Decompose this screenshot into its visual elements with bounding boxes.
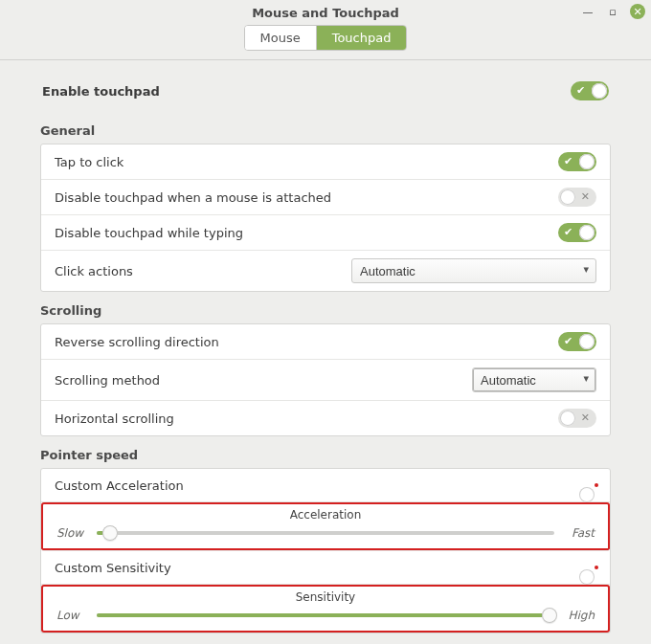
panel-general: Tap to click ✔ Disable touchpad when a m… bbox=[40, 144, 611, 292]
enable-touchpad-label: Enable touchpad bbox=[42, 84, 160, 99]
enable-touchpad-row: Enable touchpad ✔ bbox=[40, 79, 611, 112]
check-icon: ✔ bbox=[576, 85, 585, 97]
section-general-title: General bbox=[40, 123, 611, 138]
window-title: Mouse and Touchpad bbox=[252, 6, 399, 20]
panel-scrolling: Reverse scrolling direction ✔ Scrolling … bbox=[40, 323, 611, 436]
row-disable-when-mouse: Disable touchpad when a mouse is attache… bbox=[41, 180, 610, 215]
scroll-method-dropdown[interactable]: Automatic bbox=[472, 367, 596, 392]
section-pointer-title: Pointer speed bbox=[40, 448, 611, 462]
horizontal-scroll-label: Horizontal scrolling bbox=[55, 411, 174, 426]
window-controls: — ▫ ✕ bbox=[580, 4, 645, 19]
tab-touchpad[interactable]: Touchpad bbox=[317, 26, 407, 50]
sens-slider-title: Sensitivity bbox=[51, 590, 600, 604]
highlight-box: ✔ bbox=[595, 483, 598, 487]
accel-slider[interactable] bbox=[97, 525, 554, 541]
row-disable-typing: Disable touchpad while typing ✔ bbox=[41, 215, 610, 251]
highlight-box: ✔ bbox=[595, 566, 598, 569]
row-reverse-scroll: Reverse scrolling direction ✔ bbox=[41, 324, 610, 360]
click-actions-dropdown[interactable]: Automatic bbox=[351, 258, 596, 283]
row-custom-accel: Custom Acceleration ✔ bbox=[41, 469, 610, 502]
disable-typing-label: Disable touchpad while typing bbox=[55, 226, 243, 240]
close-icon[interactable]: ✕ bbox=[630, 4, 645, 19]
tap-to-click-label: Tap to click bbox=[55, 155, 123, 169]
check-icon: ✔ bbox=[564, 156, 572, 167]
tab-holder: Mouse Touchpad bbox=[244, 25, 408, 51]
content-area: Enable touchpad ✔ General Tap to click ✔… bbox=[0, 60, 651, 644]
titlebar: Mouse and Touchpad — ▫ ✕ bbox=[0, 0, 651, 25]
sens-low-label: Low bbox=[56, 609, 89, 622]
sens-slider[interactable] bbox=[97, 608, 554, 623]
sens-high-label: High bbox=[562, 609, 595, 622]
minimize-icon[interactable]: — bbox=[580, 4, 595, 19]
tap-to-click-toggle[interactable]: ✔ bbox=[558, 152, 596, 171]
row-click-actions: Click actions Automatic bbox=[41, 251, 610, 291]
custom-sens-label: Custom Sensitivity bbox=[55, 561, 171, 575]
x-icon: ✕ bbox=[581, 412, 590, 424]
tab-mouse[interactable]: Mouse bbox=[245, 26, 317, 50]
horizontal-scroll-toggle[interactable]: ✕ bbox=[558, 409, 596, 428]
maximize-icon[interactable]: ▫ bbox=[605, 4, 620, 19]
scroll-method-label: Scrolling method bbox=[55, 373, 160, 388]
reverse-scroll-label: Reverse scrolling direction bbox=[55, 335, 219, 349]
row-scroll-method: Scrolling method Automatic bbox=[41, 360, 610, 401]
accel-low-label: Slow bbox=[56, 526, 89, 540]
disable-when-mouse-label: Disable touchpad when a mouse is attache… bbox=[55, 190, 331, 205]
check-icon: ✔ bbox=[602, 571, 611, 583]
section-scrolling-title: Scrolling bbox=[40, 303, 611, 318]
tab-bar: Mouse Touchpad bbox=[0, 25, 651, 60]
row-accel-slider: Acceleration Slow Fast bbox=[41, 502, 610, 551]
disable-when-mouse-toggle[interactable]: ✕ bbox=[558, 188, 596, 207]
x-icon: ✕ bbox=[581, 191, 590, 203]
disable-typing-toggle[interactable]: ✔ bbox=[558, 223, 596, 242]
check-icon: ✔ bbox=[602, 489, 611, 500]
check-icon: ✔ bbox=[564, 227, 572, 238]
click-actions-label: Click actions bbox=[55, 264, 133, 278]
row-sens-slider: Sensitivity Low High bbox=[41, 585, 610, 633]
custom-accel-label: Custom Acceleration bbox=[55, 478, 184, 493]
accel-slider-title: Acceleration bbox=[51, 508, 600, 522]
check-icon: ✔ bbox=[564, 336, 572, 347]
row-tap-to-click: Tap to click ✔ bbox=[41, 144, 610, 180]
panel-pointer: Custom Acceleration ✔ Acceleration Slow … bbox=[40, 468, 611, 633]
enable-touchpad-toggle[interactable]: ✔ bbox=[571, 81, 609, 100]
row-custom-sens: Custom Sensitivity ✔ bbox=[41, 551, 610, 585]
row-horizontal-scroll: Horizontal scrolling ✕ bbox=[41, 401, 610, 435]
reverse-scroll-toggle[interactable]: ✔ bbox=[558, 332, 596, 351]
accel-high-label: Fast bbox=[562, 526, 595, 540]
